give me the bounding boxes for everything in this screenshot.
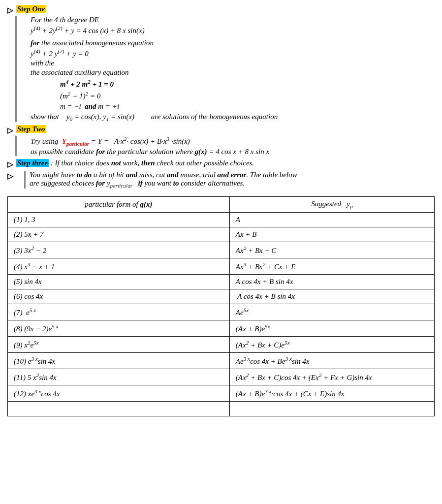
aux-eq: m4 + 2 m2 + 1 = 0: [60, 79, 435, 89]
show-that-label: show that y0 = cos(x), y1 = sin(x) are s…: [31, 113, 278, 122]
step-one-arrow: ▷: [7, 6, 13, 15]
table-cell-left: (9) x2e5x: [8, 337, 230, 353]
you-might-block: ▷ You might have to do a bit of hit and …: [7, 171, 435, 191]
aux-eq-label: the associated auxiliary equation: [31, 68, 435, 77]
table-cell-left: (6) cos 4x: [8, 289, 230, 304]
table-row: (2) 5x + 7 Ax + B: [8, 227, 435, 242]
table-header-left: particular form of g(x): [8, 197, 230, 213]
table-cell-left: (7) e5 x: [8, 304, 230, 320]
step-three-label: Step three: [16, 159, 49, 167]
table-cell-left: (10) e3 xsin 4x: [8, 353, 230, 369]
reference-table: particular form of g(x) Suggested yp (1)…: [7, 196, 435, 416]
table-cell-right: Ax + B: [229, 227, 434, 242]
table-cell-right: (Ax + B)e3 x·cos 4x + (Cx + E)sin 4x: [229, 385, 434, 402]
step-three-text: : If that choice does not work, then che…: [51, 159, 254, 167]
as-possible-line: as possible candidate for the particular…: [31, 148, 435, 156]
try-using-line: Try using Yparticular = Y = A·x2· cos(x)…: [31, 136, 435, 147]
step-one-block: ▷ Step One For the 4 th degree DE y(4) +…: [7, 5, 435, 122]
table-cell-left: (2) 5x + 7: [8, 227, 230, 242]
step-one-content: For the 4 th degree DE y(4) + 2y(2) + y …: [15, 16, 435, 122]
table-cell-empty-left: [8, 402, 230, 416]
table-cell-right: (Ax2 + Bx + C)e5x: [229, 337, 434, 353]
table-row: (1) 1, 3 A: [8, 213, 435, 227]
table-row: (10) e3 xsin 4x Ae3 xcos 4x + Be3 xsin 4…: [8, 353, 435, 369]
table-header-row: particular form of g(x) Suggested yp: [8, 197, 435, 213]
table-cell-left: (8) (9x − 2)e5 x: [8, 320, 230, 337]
for-associated: for the associated homogeneous equation: [31, 39, 435, 47]
table-header-right: Suggested yp: [229, 197, 434, 213]
table-cell-right: Ae3 xcos 4x + Be3 xsin 4x: [229, 353, 434, 369]
table-cell-right: (Ax2 + Bx + C)cos 4x + (Ex2 + Fx + G)sin…: [229, 369, 434, 385]
table-cell-empty-right: [229, 402, 434, 416]
table-cell-left: (1) 1, 3: [8, 213, 230, 227]
table-cell-left: (4) x3 − x + 1: [8, 258, 230, 275]
homog-eq: y(4) + 2 y(2) + y = 0: [31, 48, 435, 58]
roots: m = −i and m = +i: [60, 102, 435, 111]
table-row: (6) cos 4x A cos 4x + B sin 4x: [8, 289, 435, 304]
table-cell-right: (Ax + B)e5x: [229, 320, 434, 337]
table-row: (8) (9x − 2)e5 x (Ax + B)e5x: [8, 320, 435, 337]
table-cell-right: A cos 4x + B sin 4x: [229, 289, 434, 304]
show-that-line: show that y0 = cos(x), y1 = sin(x) are s…: [31, 113, 435, 122]
table-cell-right: A: [229, 213, 434, 227]
step-one-label: Step One: [16, 5, 46, 13]
table-row-empty: [8, 402, 435, 416]
step-two-arrow: ▷: [7, 126, 13, 135]
step-three-block: ▷ Step three : If that choice does not w…: [7, 159, 435, 169]
step-two-label: Step Two: [16, 125, 46, 133]
table-cell-left: (11) 5 x2sin 4x: [8, 369, 230, 385]
step-two-content: Try using Yparticular = Y = A·x2· cos(x)…: [15, 136, 435, 156]
table-cell-right: Ax3 + Bx2 + Cx + E: [229, 258, 434, 275]
table-cell-left: (5) sin 4x: [8, 275, 230, 289]
table-cell-right: Ax2 + Bx + C: [229, 242, 434, 258]
table-cell-right: Ae5x: [229, 304, 434, 320]
de-equation: y(4) + 2y(2) + y = 4 cos (x) + 8 x sin(x…: [31, 25, 435, 35]
table-row: (3) 3x2 − 2 Ax2 + Bx + C: [8, 242, 435, 258]
table-row: (11) 5 x2sin 4x (Ax2 + Bx + C)cos 4x + (…: [8, 369, 435, 385]
table-row: (9) x2e5x (Ax2 + Bx + C)e5x: [8, 337, 435, 353]
table-row: (7) e5 x Ae5x: [8, 304, 435, 320]
table-row: (5) sin 4x A cos 4x + B sin 4x: [8, 275, 435, 289]
step-one-intro: For the 4 th degree DE: [31, 16, 435, 24]
with-the: with the: [31, 59, 435, 67]
factored-eq: (m2 + 1)2 = 0: [60, 91, 435, 100]
step-three-arrow: ▷: [7, 160, 13, 169]
table-cell-right: A cos 4x + B sin 4x: [229, 275, 434, 289]
table-row: (4) x3 − x + 1 Ax3 + Bx2 + Cx + E: [8, 258, 435, 275]
you-might-line2: are suggested choices for yparticular if…: [30, 179, 435, 189]
table-cell-left: (12) xe3 xcos 4x: [8, 385, 230, 402]
step-two-block: ▷ Step Two Try using Yparticular = Y = A…: [7, 125, 435, 156]
you-might-line1: You might have to do a bit of hit and mi…: [30, 171, 435, 179]
you-might-arrow: ▷: [7, 172, 13, 181]
table-row: (12) xe3 xcos 4x (Ax + B)e3 x·cos 4x + (…: [8, 385, 435, 402]
table-cell-left: (3) 3x2 − 2: [8, 242, 230, 258]
